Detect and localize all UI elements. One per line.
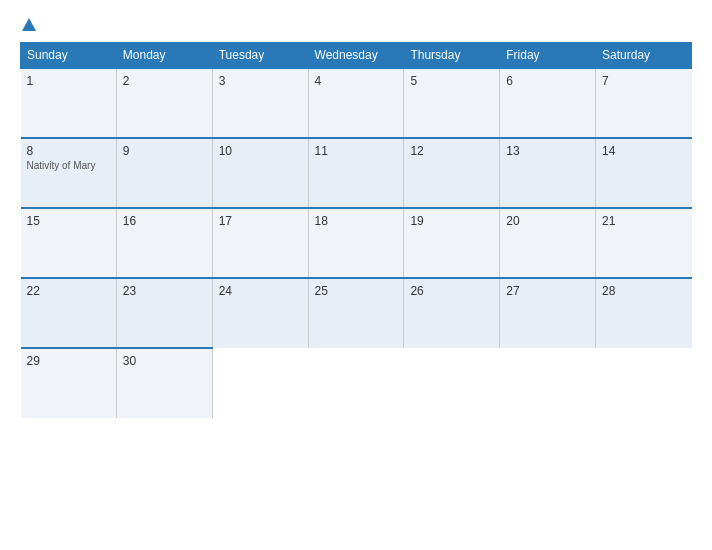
cell-day-number: 7 <box>602 74 685 88</box>
day-header-friday: Friday <box>500 43 596 69</box>
day-header-wednesday: Wednesday <box>308 43 404 69</box>
calendar-cell: 20 <box>500 208 596 278</box>
calendar-cell: 17 <box>212 208 308 278</box>
cell-day-number: 8 <box>27 144 110 158</box>
calendar-cell: 26 <box>404 278 500 348</box>
cell-day-number: 10 <box>219 144 302 158</box>
day-header-monday: Monday <box>116 43 212 69</box>
calendar-cell: 11 <box>308 138 404 208</box>
calendar-cell: 13 <box>500 138 596 208</box>
calendar-cell <box>596 348 692 418</box>
page: SundayMondayTuesdayWednesdayThursdayFrid… <box>0 0 712 550</box>
calendar-week-1: 1234567 <box>21 68 692 138</box>
calendar-cell: 2 <box>116 68 212 138</box>
cell-day-number: 2 <box>123 74 206 88</box>
calendar-cell: 10 <box>212 138 308 208</box>
cell-day-number: 15 <box>27 214 110 228</box>
day-header-saturday: Saturday <box>596 43 692 69</box>
cell-day-number: 26 <box>410 284 493 298</box>
calendar-cell: 9 <box>116 138 212 208</box>
calendar-cell: 18 <box>308 208 404 278</box>
calendar-week-3: 15161718192021 <box>21 208 692 278</box>
cell-day-number: 17 <box>219 214 302 228</box>
cell-day-number: 22 <box>27 284 110 298</box>
cell-day-number: 20 <box>506 214 589 228</box>
cell-day-number: 14 <box>602 144 685 158</box>
calendar-cell: 15 <box>21 208 117 278</box>
calendar-week-2: 8Nativity of Mary91011121314 <box>21 138 692 208</box>
calendar-cell: 16 <box>116 208 212 278</box>
calendar-cell: 7 <box>596 68 692 138</box>
logo-triangle-icon <box>22 18 36 31</box>
calendar-cell: 5 <box>404 68 500 138</box>
calendar-cell: 4 <box>308 68 404 138</box>
day-header-row: SundayMondayTuesdayWednesdayThursdayFrid… <box>21 43 692 69</box>
day-header-tuesday: Tuesday <box>212 43 308 69</box>
cell-day-number: 28 <box>602 284 685 298</box>
cell-day-number: 13 <box>506 144 589 158</box>
calendar-cell: 29 <box>21 348 117 418</box>
calendar-cell: 22 <box>21 278 117 348</box>
logo-blue-text <box>20 18 36 32</box>
cell-day-number: 24 <box>219 284 302 298</box>
cell-day-number: 29 <box>27 354 110 368</box>
calendar-cell: 28 <box>596 278 692 348</box>
header <box>20 18 692 32</box>
cell-day-number: 23 <box>123 284 206 298</box>
day-header-thursday: Thursday <box>404 43 500 69</box>
cell-day-number: 6 <box>506 74 589 88</box>
calendar-cell: 3 <box>212 68 308 138</box>
cell-day-number: 3 <box>219 74 302 88</box>
cell-day-number: 9 <box>123 144 206 158</box>
cell-day-number: 21 <box>602 214 685 228</box>
calendar-cell: 27 <box>500 278 596 348</box>
logo <box>20 18 36 32</box>
cell-day-number: 16 <box>123 214 206 228</box>
cell-day-number: 18 <box>315 214 398 228</box>
calendar-cell: 24 <box>212 278 308 348</box>
calendar-week-5: 2930 <box>21 348 692 418</box>
calendar-cell <box>500 348 596 418</box>
calendar-table: SundayMondayTuesdayWednesdayThursdayFrid… <box>20 42 692 418</box>
calendar-cell: 21 <box>596 208 692 278</box>
cell-day-number: 30 <box>123 354 206 368</box>
calendar-cell <box>404 348 500 418</box>
calendar-cell <box>308 348 404 418</box>
cell-day-number: 12 <box>410 144 493 158</box>
day-header-sunday: Sunday <box>21 43 117 69</box>
cell-day-number: 4 <box>315 74 398 88</box>
calendar-cell: 8Nativity of Mary <box>21 138 117 208</box>
cell-day-number: 1 <box>27 74 110 88</box>
calendar-cell <box>212 348 308 418</box>
cell-day-number: 19 <box>410 214 493 228</box>
calendar-cell: 6 <box>500 68 596 138</box>
cell-day-number: 25 <box>315 284 398 298</box>
calendar-week-4: 22232425262728 <box>21 278 692 348</box>
cell-day-number: 11 <box>315 144 398 158</box>
calendar-cell: 14 <box>596 138 692 208</box>
calendar-cell: 30 <box>116 348 212 418</box>
calendar-cell: 12 <box>404 138 500 208</box>
calendar-cell: 25 <box>308 278 404 348</box>
calendar-cell: 23 <box>116 278 212 348</box>
calendar-cell: 19 <box>404 208 500 278</box>
calendar-cell: 1 <box>21 68 117 138</box>
cell-day-number: 27 <box>506 284 589 298</box>
cell-day-number: 5 <box>410 74 493 88</box>
cell-event-label: Nativity of Mary <box>27 160 110 171</box>
